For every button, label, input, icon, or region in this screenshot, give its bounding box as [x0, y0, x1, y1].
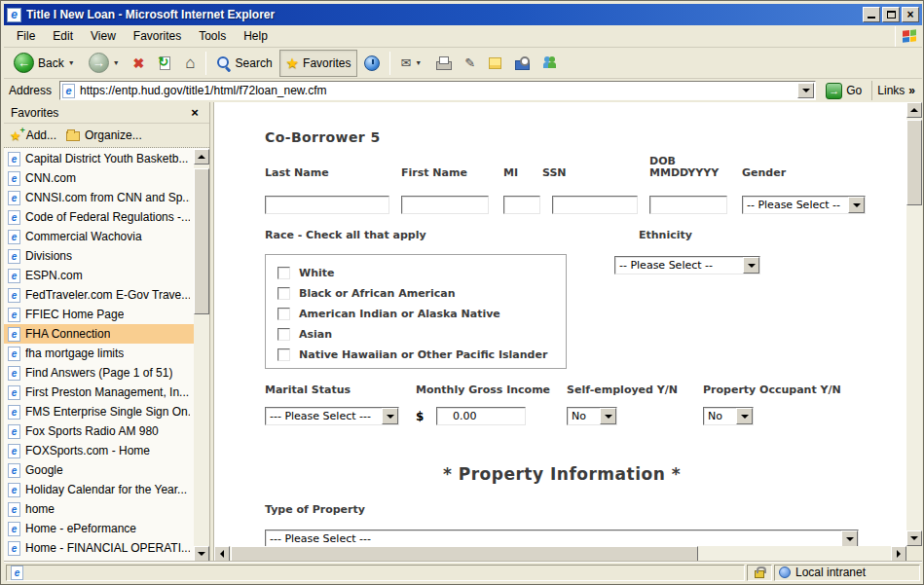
research-button[interactable]: [508, 50, 536, 77]
race-checkbox[interactable]: [277, 348, 290, 361]
address-dropdown-button[interactable]: [797, 83, 814, 98]
search-button[interactable]: Search: [209, 50, 279, 77]
favorites-button[interactable]: ★ Favorites: [279, 50, 358, 77]
menu-item[interactable]: Edit: [44, 26, 82, 47]
favorites-item[interactable]: e CNNSI.com from CNN and Sp...: [4, 188, 194, 207]
dob-input[interactable]: [649, 196, 727, 214]
scroll-down-button[interactable]: [194, 546, 209, 562]
favorites-star-icon: ★: [286, 55, 299, 70]
first-name-input[interactable]: [401, 196, 489, 214]
favorites-item[interactable]: e home: [4, 499, 194, 519]
favorites-item[interactable]: e Google: [4, 460, 194, 480]
favorites-item[interactable]: e CNN.com: [4, 168, 194, 188]
select-arrow-button[interactable]: [736, 408, 753, 424]
forward-dropdown-icon[interactable]: ▼: [113, 59, 120, 66]
gender-select[interactable]: -- Please Select --: [742, 196, 866, 214]
toolbar-separator: [389, 52, 390, 75]
race-checkbox[interactable]: [277, 328, 290, 341]
select-arrow-button[interactable]: [600, 408, 616, 424]
favorites-item[interactable]: e Home - FINANCIAL OPERATI...: [4, 538, 194, 558]
favorites-item[interactable]: e Commercial Wachovia: [4, 227, 194, 246]
print-icon: [435, 56, 451, 69]
history-button[interactable]: [357, 50, 387, 77]
favorites-item[interactable]: e Holiday Calendar for the Year...: [4, 480, 194, 499]
favorites-item[interactable]: e FedTraveler.com E-Gov Trave...: [4, 285, 194, 305]
go-button[interactable]: → Go: [821, 80, 867, 101]
minimize-button[interactable]: [863, 7, 880, 22]
favicon-icon: e: [8, 424, 20, 439]
page-vertical-scrollbar[interactable]: [906, 102, 922, 546]
favorites-item[interactable]: e fha mortgage limits: [4, 344, 194, 363]
menu-item[interactable]: Favorites: [125, 26, 190, 47]
links-toolbar[interactable]: Links »: [871, 81, 920, 100]
scroll-right-button[interactable]: [891, 546, 906, 562]
favorites-item[interactable]: e FHA Connection: [4, 324, 194, 344]
race-checkbox[interactable]: [277, 267, 290, 279]
favorites-item[interactable]: e Divisions: [4, 246, 194, 266]
mi-input[interactable]: [503, 196, 540, 214]
property-occupant-select[interactable]: No: [703, 407, 754, 425]
forward-button[interactable]: → ▼: [82, 50, 127, 77]
add-favorite-button[interactable]: ★ Add...: [10, 128, 56, 142]
scrollbar-thumb[interactable]: [906, 120, 922, 205]
mail-button[interactable]: ✉ ▼: [393, 50, 428, 77]
select-arrow-button[interactable]: [382, 408, 398, 424]
print-button[interactable]: [428, 50, 458, 77]
select-arrow-button[interactable]: [743, 257, 759, 274]
select-arrow-button[interactable]: [841, 530, 858, 546]
select-arrow-button[interactable]: [848, 197, 865, 213]
favorites-item[interactable]: e FMS Enterprise Single Sign On...: [4, 402, 194, 421]
favorites-item[interactable]: e Code of Federal Regulations -...: [4, 207, 194, 227]
scroll-left-button[interactable]: [214, 546, 230, 562]
last-name-input[interactable]: [265, 196, 389, 214]
back-button[interactable]: ← Back ▼: [7, 50, 82, 77]
race-checkbox[interactable]: [277, 308, 290, 320]
maximize-button[interactable]: [882, 7, 900, 22]
home-button[interactable]: ⌂: [178, 50, 202, 77]
address-input[interactable]: e https://entp.hud.gov/title1/html/f72lo…: [59, 81, 816, 100]
scroll-down-button[interactable]: [906, 530, 922, 546]
security-zone-section: Local intranet: [774, 565, 920, 581]
favorites-item[interactable]: e Home - ePeformance: [4, 519, 194, 538]
close-button[interactable]: ×: [902, 7, 919, 22]
messenger-button[interactable]: [536, 50, 563, 77]
ssn-input[interactable]: [552, 196, 638, 214]
back-dropdown-icon[interactable]: ▼: [68, 59, 75, 66]
favicon-icon: e: [8, 210, 20, 225]
favorites-item[interactable]: e Capital District Youth Basketb...: [4, 149, 194, 168]
title-bar: e Title I New Loan - Microsoft Internet …: [4, 4, 922, 25]
race-checkbox[interactable]: [277, 287, 290, 300]
menu-item[interactable]: File: [8, 26, 44, 47]
page-horizontal-scrollbar[interactable]: [214, 546, 906, 562]
favorites-item[interactable]: e Fox Sports Radio AM 980: [4, 421, 194, 441]
stop-button[interactable]: ✖: [127, 50, 152, 77]
menu-item[interactable]: Tools: [190, 26, 235, 47]
self-employed-select[interactable]: No: [567, 407, 617, 425]
favorites-item[interactable]: e FOXSports.com - Home: [4, 441, 194, 460]
refresh-button[interactable]: ↻: [151, 50, 178, 77]
edit-button[interactable]: ✎: [458, 50, 482, 77]
favorites-item[interactable]: e Find Answers (Page 1 of 51): [4, 363, 194, 383]
favicon-icon: e: [8, 463, 20, 478]
marital-status-select[interactable]: --- Please Select ---: [265, 407, 399, 425]
race-option-row: Native Hawaiian or Other Pacific Islande…: [277, 345, 566, 365]
monthly-income-input[interactable]: [436, 407, 526, 425]
favorites-item[interactable]: e First Preston Management, In...: [4, 383, 194, 402]
favorites-item[interactable]: e FFIEC Home Page: [4, 305, 194, 324]
favorites-item-label: FOXSports.com - Home: [25, 444, 150, 457]
type-of-property-select[interactable]: --- Please Select ---: [265, 530, 859, 546]
favorites-close-button[interactable]: ×: [187, 106, 203, 120]
mail-dropdown-icon[interactable]: ▼: [415, 59, 422, 66]
scroll-up-button[interactable]: [194, 149, 209, 165]
scroll-up-button[interactable]: [906, 102, 922, 118]
research-icon: [515, 56, 530, 70]
discuss-button[interactable]: [482, 50, 508, 77]
favorites-scrollbar[interactable]: [194, 149, 209, 562]
scrollbar-thumb[interactable]: [194, 168, 209, 314]
favorites-item[interactable]: e ESPN.com: [4, 266, 194, 285]
ethnicity-select[interactable]: -- Please Select --: [614, 256, 760, 274]
menu-item[interactable]: View: [82, 26, 125, 47]
organize-favorites-button[interactable]: Organize...: [66, 128, 142, 142]
scrollbar-thumb[interactable]: [231, 546, 698, 562]
menu-item[interactable]: Help: [235, 26, 277, 47]
